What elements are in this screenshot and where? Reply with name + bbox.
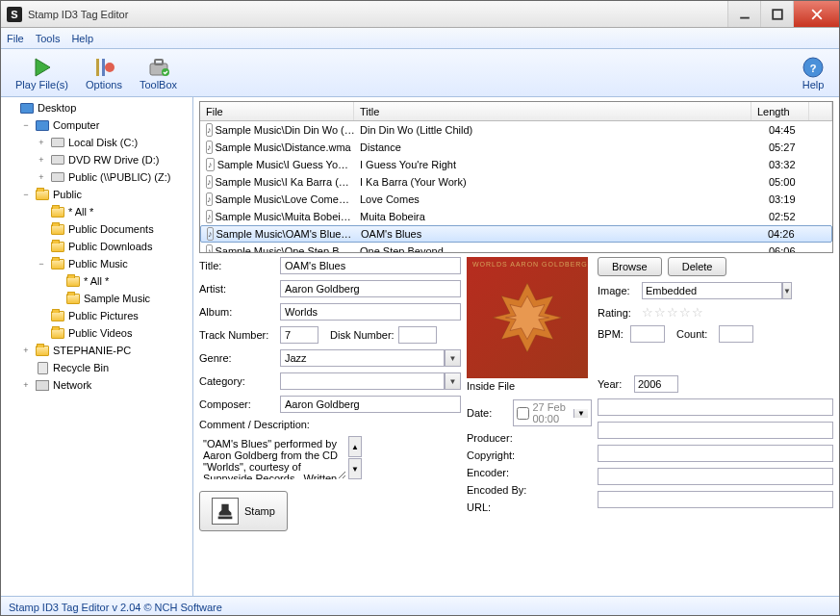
encodedby-input[interactable] [598, 468, 833, 485]
tree-item[interactable]: −Public [1, 186, 192, 203]
label-image: Image: [598, 285, 638, 296]
date-picker[interactable]: 27 Feb 00:00 ▼ [513, 399, 593, 426]
tree-toggle-icon[interactable]: − [20, 120, 32, 130]
svg-rect-9 [155, 60, 163, 64]
tree-toggle-icon[interactable]: + [36, 172, 47, 182]
toolbar: Play File(s) Options ToolBox ? Help [1, 49, 839, 97]
label-year: Year: [598, 378, 630, 390]
titlebar: S Stamp ID3 Tag Editor [1, 1, 839, 28]
maximize-button[interactable] [760, 1, 793, 27]
disk-input[interactable] [398, 326, 437, 344]
composer-input[interactable] [280, 396, 461, 413]
play-button[interactable]: Play File(s) [7, 51, 77, 94]
label-bpm: BPM: [598, 328, 626, 340]
table-body[interactable]: ♪Sample Music\Din Din Wo (…Din Din Wo (L… [200, 121, 832, 252]
album-art[interactable]: WORLDS AARON GOLDBERG [467, 257, 588, 378]
tree-toggle-icon[interactable]: + [36, 155, 47, 165]
table-row[interactable]: ♪Sample Music\OAM's Blue…OAM's Blues04:2… [200, 225, 832, 243]
image-select[interactable]: ▼ [642, 282, 748, 299]
artist-input[interactable] [280, 280, 461, 297]
table-row[interactable]: ♪Sample Music\One Step B…One Step Beyond… [200, 243, 832, 252]
comment-textarea[interactable]: "OAM's Blues" performed by Aaron Goldber… [199, 436, 346, 479]
year-input[interactable] [634, 375, 678, 393]
track-input[interactable] [280, 326, 318, 344]
label-url: URL: [467, 501, 524, 513]
chevron-down-icon[interactable]: ▼ [445, 372, 461, 390]
tree-item[interactable]: Public Documents [1, 220, 192, 238]
table-header: File Title Length [200, 102, 832, 121]
file-table: File Title Length ♪Sample Music\Din Din … [199, 101, 833, 253]
tree-item[interactable]: Recycle Bin [1, 359, 192, 376]
toolbox-button[interactable]: ToolBox [131, 51, 186, 94]
menu-tools[interactable]: Tools [36, 33, 61, 44]
comment-up-button[interactable]: ▲ [348, 436, 362, 457]
count-input[interactable] [719, 325, 753, 343]
tree-item[interactable]: Public Downloads [1, 238, 192, 255]
label-genre: Genre: [199, 352, 276, 364]
comment-down-button[interactable]: ▼ [348, 458, 362, 479]
table-row[interactable]: ♪Sample Music\Muita Bobei…Muita Bobeira0… [200, 208, 832, 225]
tree-item[interactable]: +STEPHANIE-PC [1, 342, 192, 359]
genre-select[interactable]: ▼ [280, 349, 461, 367]
table-row[interactable]: ♪Sample Music\I Ka Barra (…I Ka Barra (Y… [200, 173, 832, 191]
menu-file[interactable]: File [7, 33, 24, 44]
delete-button[interactable]: Delete [668, 257, 727, 276]
table-row[interactable]: ♪Sample Music\Din Din Wo (…Din Din Wo (L… [200, 121, 832, 139]
folder-tree[interactable]: Desktop−Computer+Local Disk (C:)+DVD RW … [1, 97, 193, 596]
tree-toggle-icon[interactable]: + [20, 346, 32, 355]
encoder-input[interactable] [598, 445, 833, 462]
chevron-down-icon[interactable]: ▼ [445, 349, 461, 367]
chevron-down-icon[interactable]: ▼ [782, 282, 792, 299]
title-input[interactable] [280, 257, 461, 274]
copyright-input[interactable] [598, 422, 833, 439]
tree-item[interactable]: * All * [1, 272, 192, 290]
rating-stars[interactable]: ☆☆☆☆☆ [642, 305, 704, 320]
tree-toggle-icon[interactable]: + [20, 380, 32, 390]
tree-toggle-icon[interactable]: + [36, 138, 47, 147]
table-row[interactable]: ♪Sample Music\Love Come…Love Comes03:19 [200, 191, 832, 208]
stamp-button[interactable]: Stamp [199, 491, 288, 531]
tree-toggle-icon[interactable]: − [36, 259, 47, 269]
table-row[interactable]: ♪Sample Music\I Guess Yo…I Guess You're … [200, 156, 832, 173]
tree-item[interactable]: Sample Music [1, 290, 192, 307]
table-row[interactable]: ♪Sample Music\Distance.wmaDistance05:27 [200, 139, 832, 156]
stamp-icon [212, 498, 239, 525]
category-select[interactable]: ▼ [280, 372, 461, 390]
album-input[interactable] [280, 303, 461, 321]
tree-item[interactable]: Public Videos [1, 324, 192, 342]
label-category: Category: [199, 375, 276, 387]
label-encoder: Encoder: [467, 467, 524, 478]
tree-item[interactable]: +DVD RW Drive (D:) [1, 151, 192, 168]
art-caption: Inside File [467, 380, 592, 392]
close-button[interactable] [793, 1, 839, 27]
label-composer: Composer: [199, 398, 276, 410]
tree-item[interactable]: * All * [1, 203, 192, 220]
tree-item[interactable]: −Public Music [1, 255, 192, 272]
tree-item[interactable]: Desktop [1, 99, 192, 116]
options-button[interactable]: Options [77, 51, 131, 94]
help-button[interactable]: ? Help [793, 51, 833, 94]
label-track: Track Number: [199, 329, 276, 341]
date-checkbox[interactable] [517, 407, 529, 420]
minimize-button[interactable] [727, 1, 760, 27]
tree-item[interactable]: +Network [1, 376, 192, 394]
tree-item[interactable]: +Public (\\PUBLIC) (Z:) [1, 168, 192, 186]
producer-input[interactable] [598, 398, 833, 416]
tree-item[interactable]: Public Pictures [1, 307, 192, 324]
music-icon: ♪ [206, 192, 213, 206]
col-length[interactable]: Length [751, 102, 809, 120]
label-count: Count: [676, 328, 715, 340]
tree-toggle-icon[interactable]: − [20, 190, 32, 199]
bpm-input[interactable] [630, 325, 665, 343]
tree-item[interactable]: −Computer [1, 116, 192, 134]
chevron-down-icon[interactable]: ▼ [573, 409, 588, 418]
col-file[interactable]: File [200, 102, 354, 120]
col-title[interactable]: Title [354, 102, 751, 120]
url-input[interactable] [598, 491, 833, 508]
menubar: File Tools Help [1, 28, 839, 49]
tree-item[interactable]: +Local Disk (C:) [1, 134, 192, 151]
toolbox-icon [147, 56, 170, 79]
label-copyright: Copyright: [467, 449, 524, 461]
menu-help[interactable]: Help [71, 33, 93, 44]
browse-button[interactable]: Browse [598, 257, 662, 276]
